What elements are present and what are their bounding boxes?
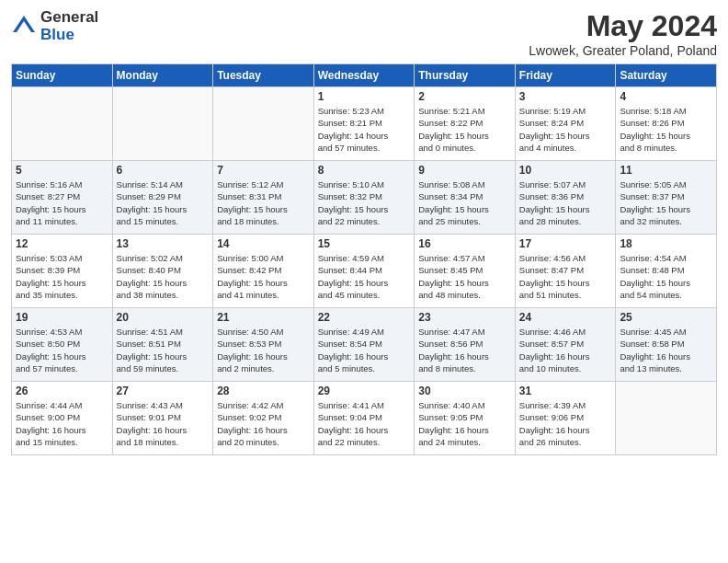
day-number: 18	[620, 237, 712, 250]
day-number: 26	[16, 385, 108, 397]
day-number: 4	[620, 90, 712, 103]
calendar-header-row: Sunday Monday Tuesday Wednesday Thursday…	[12, 64, 717, 87]
day-number: 16	[418, 237, 511, 250]
day-info: Sunrise: 5:16 AMSunset: 8:27 PMDaylight:…	[16, 178, 108, 227]
day-number: 28	[217, 385, 310, 397]
calendar-cell-1-4: 9Sunrise: 5:08 AMSunset: 8:34 PMDaylight…	[415, 161, 516, 235]
logo-blue: Blue	[40, 27, 98, 44]
day-info: Sunrise: 4:50 AMSunset: 8:53 PMDaylight:…	[217, 326, 310, 374]
col-friday: Friday	[515, 64, 616, 87]
day-number: 1	[318, 90, 411, 103]
day-number: 7	[217, 164, 310, 177]
calendar-row-0: 1Sunrise: 5:23 AMSunset: 8:21 PMDaylight…	[12, 87, 717, 161]
col-wednesday: Wednesday	[313, 64, 415, 87]
calendar-cell-0-1	[112, 87, 213, 161]
calendar-cell-4-5: 31Sunrise: 4:39 AMSunset: 9:06 PMDayligh…	[515, 382, 616, 455]
day-number: 15	[318, 237, 411, 250]
day-info: Sunrise: 4:57 AMSunset: 8:45 PMDaylight:…	[418, 252, 511, 301]
calendar-cell-2-2: 14Sunrise: 5:00 AMSunset: 8:42 PMDayligh…	[213, 235, 314, 308]
calendar-cell-3-3: 22Sunrise: 4:49 AMSunset: 8:54 PMDayligh…	[313, 308, 415, 382]
calendar-cell-4-6	[616, 382, 717, 455]
calendar-cell-2-4: 16Sunrise: 4:57 AMSunset: 8:45 PMDayligh…	[415, 235, 516, 308]
day-number: 21	[217, 311, 310, 324]
day-info: Sunrise: 5:21 AMSunset: 8:22 PMDaylight:…	[418, 105, 511, 154]
day-info: Sunrise: 5:08 AMSunset: 8:34 PMDaylight:…	[418, 178, 511, 227]
calendar-row-3: 19Sunrise: 4:53 AMSunset: 8:50 PMDayligh…	[12, 308, 717, 382]
day-number: 22	[318, 311, 411, 324]
calendar-cell-1-3: 8Sunrise: 5:10 AMSunset: 8:32 PMDaylight…	[313, 161, 415, 235]
calendar-cell-2-3: 15Sunrise: 4:59 AMSunset: 8:44 PMDayligh…	[313, 235, 415, 308]
calendar: Sunday Monday Tuesday Wednesday Thursday…	[11, 63, 717, 455]
day-info: Sunrise: 4:47 AMSunset: 8:56 PMDaylight:…	[418, 326, 511, 374]
calendar-cell-3-1: 20Sunrise: 4:51 AMSunset: 8:51 PMDayligh…	[112, 308, 213, 382]
day-info: Sunrise: 5:05 AMSunset: 8:37 PMDaylight:…	[620, 178, 712, 227]
logo-icon	[11, 14, 37, 40]
main-title: May 2024	[529, 9, 717, 43]
day-number: 24	[519, 311, 612, 324]
calendar-cell-4-1: 27Sunrise: 4:43 AMSunset: 9:01 PMDayligh…	[112, 382, 213, 455]
day-number: 13	[117, 237, 210, 250]
calendar-cell-3-5: 24Sunrise: 4:46 AMSunset: 8:57 PMDayligh…	[515, 308, 616, 382]
title-area: May 2024 Lwowek, Greater Poland, Poland	[529, 9, 717, 58]
day-info: Sunrise: 4:39 AMSunset: 9:06 PMDaylight:…	[519, 399, 612, 448]
calendar-cell-4-2: 28Sunrise: 4:42 AMSunset: 9:02 PMDayligh…	[213, 382, 314, 455]
day-info: Sunrise: 4:45 AMSunset: 8:58 PMDaylight:…	[620, 326, 712, 374]
day-info: Sunrise: 5:18 AMSunset: 8:26 PMDaylight:…	[620, 105, 712, 154]
col-sunday: Sunday	[12, 64, 113, 87]
calendar-cell-1-6: 11Sunrise: 5:05 AMSunset: 8:37 PMDayligh…	[616, 161, 717, 235]
day-info: Sunrise: 4:53 AMSunset: 8:50 PMDaylight:…	[16, 326, 108, 374]
day-number: 5	[16, 164, 108, 177]
day-info: Sunrise: 5:03 AMSunset: 8:39 PMDaylight:…	[16, 252, 108, 301]
calendar-row-4: 26Sunrise: 4:44 AMSunset: 9:00 PMDayligh…	[12, 382, 717, 455]
calendar-cell-4-0: 26Sunrise: 4:44 AMSunset: 9:00 PMDayligh…	[12, 382, 113, 455]
day-info: Sunrise: 4:56 AMSunset: 8:47 PMDaylight:…	[519, 252, 612, 301]
day-info: Sunrise: 5:19 AMSunset: 8:24 PMDaylight:…	[519, 105, 612, 154]
calendar-cell-2-1: 13Sunrise: 5:02 AMSunset: 8:40 PMDayligh…	[112, 235, 213, 308]
day-info: Sunrise: 4:46 AMSunset: 8:57 PMDaylight:…	[519, 326, 612, 374]
day-info: Sunrise: 4:54 AMSunset: 8:48 PMDaylight:…	[620, 252, 712, 301]
day-number: 3	[519, 90, 612, 103]
day-number: 6	[117, 164, 210, 177]
day-number: 2	[418, 90, 511, 103]
day-number: 31	[519, 385, 612, 397]
day-number: 25	[620, 311, 712, 324]
day-number: 12	[16, 237, 108, 250]
calendar-cell-2-6: 18Sunrise: 4:54 AMSunset: 8:48 PMDayligh…	[616, 235, 717, 308]
calendar-row-1: 5Sunrise: 5:16 AMSunset: 8:27 PMDaylight…	[12, 161, 717, 235]
day-number: 11	[620, 164, 712, 177]
day-info: Sunrise: 4:51 AMSunset: 8:51 PMDaylight:…	[117, 326, 210, 374]
calendar-cell-2-5: 17Sunrise: 4:56 AMSunset: 8:47 PMDayligh…	[515, 235, 616, 308]
day-info: Sunrise: 4:59 AMSunset: 8:44 PMDaylight:…	[318, 252, 411, 301]
calendar-cell-1-2: 7Sunrise: 5:12 AMSunset: 8:31 PMDaylight…	[213, 161, 314, 235]
day-info: Sunrise: 5:02 AMSunset: 8:40 PMDaylight:…	[117, 252, 210, 301]
calendar-cell-3-2: 21Sunrise: 4:50 AMSunset: 8:53 PMDayligh…	[213, 308, 314, 382]
calendar-cell-4-3: 29Sunrise: 4:41 AMSunset: 9:04 PMDayligh…	[313, 382, 415, 455]
day-info: Sunrise: 5:12 AMSunset: 8:31 PMDaylight:…	[217, 178, 310, 227]
day-number: 30	[418, 385, 511, 397]
day-number: 10	[519, 164, 612, 177]
calendar-cell-0-2	[213, 87, 314, 161]
subtitle: Lwowek, Greater Poland, Poland	[529, 43, 717, 58]
day-number: 17	[519, 237, 612, 250]
day-info: Sunrise: 4:41 AMSunset: 9:04 PMDaylight:…	[318, 399, 411, 448]
logo: General Blue	[11, 9, 98, 43]
day-info: Sunrise: 4:43 AMSunset: 9:01 PMDaylight:…	[117, 399, 210, 448]
logo-general: General	[40, 9, 98, 27]
calendar-cell-4-4: 30Sunrise: 4:40 AMSunset: 9:05 PMDayligh…	[415, 382, 516, 455]
calendar-cell-0-5: 3Sunrise: 5:19 AMSunset: 8:24 PMDaylight…	[515, 87, 616, 161]
day-number: 19	[16, 311, 108, 324]
day-number: 23	[418, 311, 511, 324]
day-number: 14	[217, 237, 310, 250]
col-monday: Monday	[112, 64, 213, 87]
day-info: Sunrise: 5:14 AMSunset: 8:29 PMDaylight:…	[117, 178, 210, 227]
calendar-cell-0-0	[12, 87, 113, 161]
calendar-cell-1-5: 10Sunrise: 5:07 AMSunset: 8:36 PMDayligh…	[515, 161, 616, 235]
day-info: Sunrise: 4:40 AMSunset: 9:05 PMDaylight:…	[418, 399, 511, 448]
calendar-cell-1-0: 5Sunrise: 5:16 AMSunset: 8:27 PMDaylight…	[12, 161, 113, 235]
col-tuesday: Tuesday	[213, 64, 314, 87]
calendar-row-2: 12Sunrise: 5:03 AMSunset: 8:39 PMDayligh…	[12, 235, 717, 308]
day-number: 8	[318, 164, 411, 177]
header: General Blue May 2024 Lwowek, Greater Po…	[11, 9, 717, 58]
calendar-cell-2-0: 12Sunrise: 5:03 AMSunset: 8:39 PMDayligh…	[12, 235, 113, 308]
day-number: 9	[418, 164, 511, 177]
